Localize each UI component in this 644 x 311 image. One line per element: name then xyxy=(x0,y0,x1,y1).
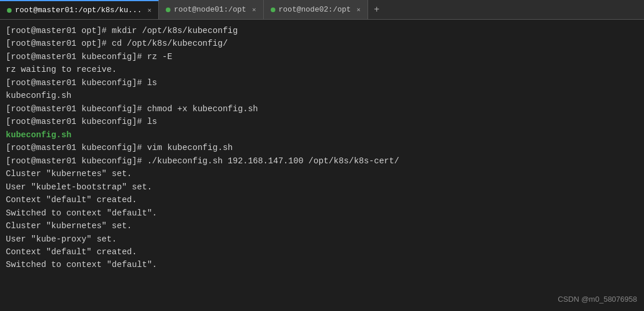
new-tab-button[interactable]: + xyxy=(368,0,385,19)
terminal-line-12: Cluster "kubernetes" set. xyxy=(6,167,638,180)
tab-dot-tab3 xyxy=(271,8,275,12)
tab-tab2[interactable]: root@node01:/opt✕ xyxy=(159,0,263,19)
tab-label-tab1: root@master01:/opt/k8s/ku... xyxy=(15,6,141,14)
terminal-line-11: [root@master01 kubeconfig]# ./kubeconfig… xyxy=(6,155,638,167)
tab-close-tab2[interactable]: ✕ xyxy=(252,6,256,13)
tab-dot-tab2 xyxy=(166,8,170,12)
tab-bar: root@master01:/opt/k8s/ku...✕root@node01… xyxy=(0,0,644,20)
watermark: CSDN @m0_58076958 xyxy=(558,294,637,305)
terminal-line-15: Switched to context "default". xyxy=(6,207,638,219)
terminal-line-4: rz waiting to receive. xyxy=(6,63,638,76)
terminal-line-10: [root@master01 kubeconfig]# vim kubeconf… xyxy=(6,141,638,154)
terminal-line-16: Cluster "kubernetes" set. xyxy=(6,219,638,232)
terminal-line-3: [root@master01 kubeconfig]# rz -E xyxy=(6,50,638,63)
terminal-line-7: [root@master01 kubeconfig]# chmod +x kub… xyxy=(6,103,638,115)
terminal-line-13: User "kubelet-bootstrap" set. xyxy=(6,181,638,193)
tab-dot-tab1 xyxy=(7,8,12,13)
tab-tab1[interactable]: root@master01:/opt/k8s/ku...✕ xyxy=(0,0,159,19)
terminal-line-19: Switched to context "default". xyxy=(6,258,638,271)
terminal-line-17: User "kube-proxy" set. xyxy=(6,233,638,246)
tab-label-tab3: root@node02:/opt xyxy=(279,5,351,14)
terminal-line-8: [root@master01 kubeconfig]# ls xyxy=(6,115,638,128)
terminal-line-6: kubeconfig.sh xyxy=(6,89,638,102)
terminal-line-2: [root@master01 opt]# cd /opt/k8s/kubecon… xyxy=(6,37,638,50)
terminal-line-9: kubeconfig.sh xyxy=(6,129,638,141)
tab-label-tab2: root@node01:/opt xyxy=(174,5,246,14)
terminal-line-5: [root@master01 kubeconfig]# ls xyxy=(6,76,638,89)
terminal-line-1: [root@master01 opt]# mkdir /opt/k8s/kube… xyxy=(6,24,638,37)
tab-close-tab1[interactable]: ✕ xyxy=(147,6,151,14)
tab-tab3[interactable]: root@node02:/opt✕ xyxy=(264,0,368,19)
tab-close-tab3[interactable]: ✕ xyxy=(356,6,361,13)
terminal-line-14: Context "default" created. xyxy=(6,193,638,206)
terminal: [root@master01 opt]# mkdir /opt/k8s/kube… xyxy=(0,20,644,311)
terminal-line-18: Context "default" created. xyxy=(6,246,638,258)
